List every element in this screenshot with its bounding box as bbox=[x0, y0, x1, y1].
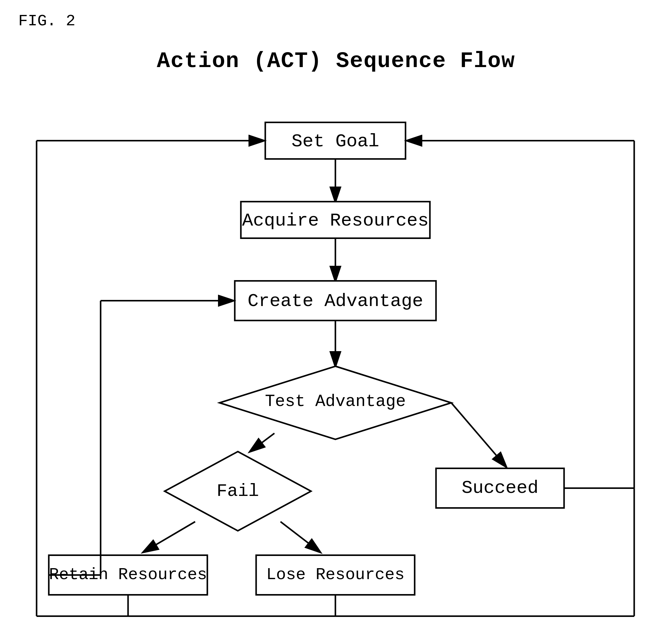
fail-label: Fail bbox=[216, 481, 259, 501]
arrow-fail-retain bbox=[143, 522, 195, 552]
arrow-test-fail bbox=[250, 434, 274, 452]
page-title: Action (ACT) Sequence Flow bbox=[0, 49, 672, 74]
lose-resources-label: Lose Resources bbox=[266, 565, 405, 584]
arrow-fail-lose bbox=[281, 522, 320, 552]
succeed-label: Succeed bbox=[462, 478, 538, 499]
create-advantage-label: Create Advantage bbox=[247, 291, 423, 312]
fig-label: FIG. 2 bbox=[18, 12, 75, 30]
flow-diagram: Set Goal Acquire Resources Create Advant… bbox=[0, 97, 672, 641]
arrow-test-succeed bbox=[451, 403, 506, 467]
set-goal-label: Set Goal bbox=[292, 131, 379, 152]
acquire-resources-label: Acquire Resources bbox=[242, 210, 429, 231]
test-advantage-label: Test Advantage bbox=[265, 392, 406, 411]
